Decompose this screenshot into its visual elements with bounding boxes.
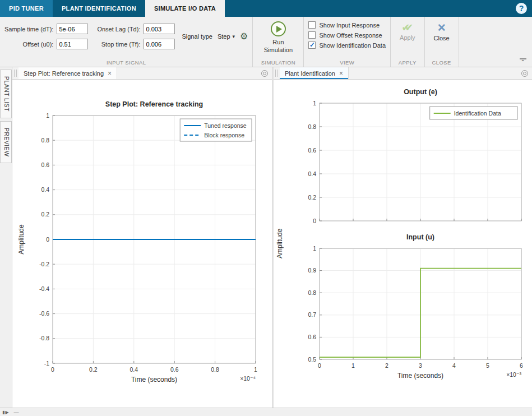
- svg-text:Tuned response: Tuned response: [204, 122, 247, 129]
- tab-pid-tuner[interactable]: PID TUNER: [0, 0, 53, 17]
- svg-text:0.6: 0.6: [308, 334, 316, 340]
- simulation-section: Run Simulation SIMULATION: [253, 17, 304, 67]
- step-plot-tab-close-icon[interactable]: ×: [108, 70, 112, 77]
- step-plot-tab[interactable]: Step Plot: Reference tracking ×: [18, 67, 117, 79]
- svg-text:1: 1: [46, 112, 49, 119]
- tab-simulate-io-data[interactable]: SIMULATE I/O DATA: [145, 0, 225, 17]
- shared-amplitude-ylabel: Amplitude: [274, 80, 286, 408]
- svg-text:0: 0: [318, 362, 321, 369]
- show-identification-data-row: Show Identification Data: [308, 41, 386, 49]
- onset-lag-input[interactable]: [144, 24, 175, 34]
- collapse-ribbon-icon[interactable]: ⌃: [520, 58, 526, 64]
- tab-plant-identification[interactable]: PLANT IDENTIFICATION: [53, 0, 145, 17]
- svg-text:4: 4: [452, 362, 456, 369]
- svg-text:-0.4: -0.4: [39, 285, 49, 292]
- signal-type-select[interactable]: Step ▾: [215, 32, 237, 41]
- svg-text:Output (e): Output (e): [404, 88, 437, 96]
- svg-text:2: 2: [385, 362, 388, 369]
- signal-settings-gear-icon[interactable]: ⚙: [240, 32, 248, 41]
- svg-text:Step Plot: Reference tracking: Step Plot: Reference tracking: [105, 100, 202, 108]
- plant-identification-tab[interactable]: Plant Identification ×: [280, 67, 349, 79]
- svg-text:0.4: 0.4: [41, 186, 49, 193]
- svg-text:0.8: 0.8: [308, 289, 316, 296]
- ribbon-toolstrip: Sample time (dT): Onset Lag (Td): Offset…: [0, 17, 532, 67]
- show-identification-data-checkbox[interactable]: [308, 41, 316, 49]
- plant-identification-tab-close-icon[interactable]: ×: [339, 70, 343, 77]
- signal-type-value: Step: [218, 33, 230, 40]
- svg-text:0.6: 0.6: [170, 366, 178, 373]
- svg-text:0.4: 0.4: [129, 366, 138, 373]
- svg-text:6: 6: [520, 362, 523, 369]
- close-x-icon: ✕: [437, 22, 446, 33]
- chevron-down-icon: ▾: [233, 34, 235, 39]
- show-identification-data-label: Show Identification Data: [319, 42, 386, 49]
- step-plot-panel: Step Plot: Reference tracking × 00.20.40…: [12, 67, 274, 408]
- show-input-response-label: Show Input Response: [319, 22, 380, 29]
- view-section-label: VIEW: [304, 59, 390, 66]
- svg-text:1: 1: [313, 100, 316, 107]
- svg-text:0.6: 0.6: [308, 147, 316, 154]
- expand-panel-icon[interactable]: ▮▶: [2, 410, 10, 415]
- plant-identification-tab-label: Plant Identification: [285, 70, 335, 77]
- run-simulation-button[interactable]: Run Simulation: [257, 20, 299, 56]
- app-tab-bar: PID TUNER PLANT IDENTIFICATION SIMULATE …: [0, 0, 532, 17]
- offset-input[interactable]: [57, 39, 88, 49]
- panel-menu-icon[interactable]: [521, 70, 528, 77]
- stop-time-input[interactable]: [144, 39, 175, 49]
- apply-section: ✔✔ Apply APPLY: [391, 17, 425, 67]
- svg-text:0.6: 0.6: [41, 161, 49, 168]
- sample-time-label: Sample time (dT):: [4, 26, 53, 33]
- step-plot-panel-header: Step Plot: Reference tracking ×: [12, 67, 272, 80]
- view-section: Show Input Response Show Offset Response…: [304, 17, 391, 67]
- show-input-response-row: Show Input Response: [308, 21, 386, 29]
- close-button[interactable]: ✕ Close: [429, 20, 454, 44]
- apply-label: Apply: [400, 34, 415, 41]
- sample-time-input[interactable]: [57, 24, 88, 34]
- svg-text:0.9: 0.9: [308, 267, 316, 274]
- svg-text:5: 5: [486, 362, 489, 369]
- svg-text:-0.2: -0.2: [39, 261, 49, 267]
- show-offset-response-label: Show Offset Response: [319, 32, 382, 39]
- drag-grip-icon[interactable]: [14, 70, 17, 77]
- status-bar: ▮▶ —: [0, 408, 532, 416]
- show-input-response-checkbox[interactable]: [308, 21, 316, 29]
- svg-text:Block response: Block response: [204, 132, 244, 138]
- svg-text:0.8: 0.8: [211, 366, 219, 373]
- panel-menu-icon[interactable]: [261, 70, 268, 77]
- input-u-chart: 01234560.50.60.70.80.91Input (u)Time (se…: [288, 229, 530, 400]
- svg-text:Amplitude: Amplitude: [17, 224, 25, 255]
- run-simulation-label: Run Simulation: [261, 39, 295, 54]
- show-offset-response-row: Show Offset Response: [308, 31, 386, 39]
- svg-text:-0.6: -0.6: [39, 310, 49, 317]
- drag-grip-icon[interactable]: [275, 70, 278, 77]
- plant-identification-panel-header: Plant Identification ×: [274, 67, 532, 80]
- onset-lag-label: Onset Lag (Td):: [97, 26, 140, 33]
- step-plot-chart: 00.20.40.60.81-1-0.8-0.6-0.4-0.200.20.40…: [12, 80, 272, 408]
- svg-text:0.8: 0.8: [41, 137, 49, 144]
- svg-text:0: 0: [46, 236, 49, 243]
- svg-text:0.2: 0.2: [89, 366, 98, 373]
- close-section-label: CLOSE: [425, 59, 459, 66]
- help-button[interactable]: ?: [516, 3, 527, 14]
- stop-time-label: Stop time (Tf):: [97, 41, 140, 48]
- signal-type-label: Signal type: [182, 33, 212, 40]
- simulation-section-label: SIMULATION: [253, 59, 303, 66]
- svg-text:0.5: 0.5: [308, 356, 316, 363]
- svg-text:Identification Data: Identification Data: [454, 110, 501, 117]
- run-play-icon: [271, 21, 286, 36]
- svg-text:Time (seconds): Time (seconds): [397, 372, 443, 380]
- main-area: PLANT LIST PREVIEW Step Plot: Reference …: [0, 67, 532, 408]
- show-offset-response-checkbox[interactable]: [308, 31, 316, 39]
- sidebar-tab-preview[interactable]: PREVIEW: [0, 121, 12, 163]
- apply-button[interactable]: ✔✔ Apply: [395, 20, 420, 43]
- input-signal-section: Sample time (dT): Onset Lag (Td): Offset…: [0, 17, 253, 67]
- svg-text:0.4: 0.4: [308, 170, 316, 177]
- close-section: ✕ Close CLOSE: [425, 17, 459, 67]
- svg-text:0: 0: [51, 366, 54, 373]
- plant-identification-panel: Plant Identification × Amplitude 00.20.4…: [274, 67, 532, 408]
- svg-text:0.2: 0.2: [41, 211, 49, 218]
- svg-text:1: 1: [254, 366, 257, 373]
- svg-text:-1: -1: [44, 360, 49, 367]
- svg-text:3: 3: [419, 362, 422, 369]
- sidebar-tab-plant-list[interactable]: PLANT LIST: [0, 70, 12, 118]
